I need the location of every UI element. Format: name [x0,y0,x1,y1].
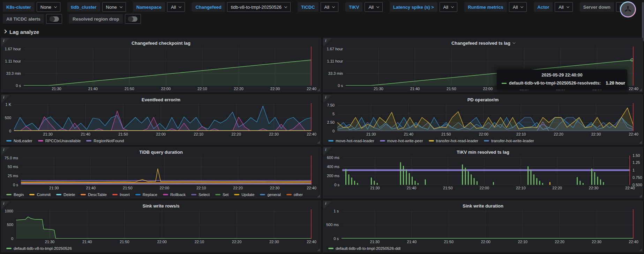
filter-value-namespace[interactable]: All [167,2,185,12]
y-axis: 02.5057.50 [323,103,337,137]
panel-resize-handle[interactable] [317,88,320,91]
x-tick-label: 22:40 [307,186,316,190]
filter-label-changefeed: Changefeed [192,2,225,12]
legend-item[interactable]: Rollback [163,193,186,197]
x-axis: 21:3021:4021:5022:0022:1022:2022:3022:40 [337,131,634,137]
legend-item[interactable]: transfer-hot-read-leader [429,139,478,143]
x-tick-label: 21:50 [441,132,451,136]
x-tick-label: 22:00 [157,240,167,244]
x-tick-label: 22:10 [197,87,207,91]
x-axis: 21:3021:4021:5022:0022:1022:2022:3022:40 [24,86,312,92]
panel-resize-handle[interactable] [639,195,642,197]
legend-item[interactable]: RegionNotFound [86,139,124,143]
panel-resize-handle[interactable] [317,248,320,251]
tooltip-series-name: default-tidb-v8-to-tmpl-20250526-resolve… [509,81,601,86]
legend-item[interactable]: other [286,193,303,197]
toggle-resolved-region-drop[interactable] [125,14,141,24]
chart-plot[interactable] [14,103,312,131]
y-tick-label: 1000 [5,209,13,213]
filter-value-k8s-cluster[interactable]: None [37,2,60,12]
x-tick-label: 21:30 [374,87,383,91]
chart-plot[interactable] [342,209,634,239]
section-title: Lag analyze [9,29,39,35]
x-tick-label: 22:10 [195,240,204,244]
legend-item[interactable]: Select [191,193,210,197]
legend-item[interactable]: transfer-hot-write-leader [484,139,534,143]
panel-title[interactable]: Sink write duration [463,203,503,209]
legend-item[interactable]: move-hot-read-leader [328,139,374,143]
section-row-lag-analyze[interactable]: Lag analyze [3,29,39,35]
filter-value-tidb-cluster[interactable]: None [102,2,126,12]
legend-item[interactable]: Replace [135,193,157,197]
legend-item[interactable]: RPCCtxUnavailable [38,139,81,143]
chart-plot[interactable] [16,209,312,239]
panel-title[interactable]: TiDB query duration [139,150,183,155]
chart-plot[interactable] [342,155,630,185]
panel-resize-handle[interactable] [639,88,642,91]
legend-item[interactable]: default-tidb-v8-to-tmpl-20250526 [6,246,72,251]
filter-value-tikv[interactable]: All [365,2,382,12]
x-axis: 21:3021:4021:5022:0022:1022:2022:3022:40 [342,185,630,191]
legend-item[interactable]: DescTable [81,193,107,197]
chart-plot[interactable] [21,155,312,185]
x-tick-label: 21:30 [370,240,380,244]
legend-item[interactable]: NotLeader [6,139,32,143]
tooltip-series-value: 1.20 hour [601,81,625,86]
legend-swatch [380,140,385,141]
toggle-label-resolved-region-drop: Resolved region drop [69,14,123,24]
filter-value-ticdc[interactable]: All [321,2,338,12]
legend-item[interactable]: Set [215,193,229,197]
panel-title[interactable]: Changefeed checkpoint lag [132,41,190,46]
filter-value-changefeed[interactable]: tidb-v8-to-tmpl-20250526 [227,2,291,12]
legend-item[interactable]: Begin [6,193,24,197]
panel-title[interactable]: Sink write rows/s [142,203,179,209]
legend-item[interactable]: Commit [29,193,51,197]
vertical-scrollbar[interactable] [642,2,644,41]
y-tick-label: 2.50 [327,120,335,125]
y-tick-label: 0 [9,129,11,133]
filter-value-latency-spike-s[interactable]: All [440,2,457,12]
panel-resize-handle[interactable] [639,248,642,251]
legend-item[interactable]: Delete [56,193,75,197]
panel-title[interactable]: Changefeed resolved ts lag [451,41,510,46]
chart-plot[interactable] [337,103,634,131]
filter-value-text: All [171,5,176,10]
y-tick-label: 0 s [16,84,21,88]
panel-title[interactable]: TiKV min resolved ts lag [457,150,509,155]
y-axis: 0 s33.3 min1.11 hour1.67 hour [323,46,346,92]
legend-item[interactable]: move-hot-write-peer [380,139,423,143]
chart-legend: move-hot-read-leadermove-hot-write-peert… [323,137,643,144]
filter-value-text: None [106,5,117,10]
panel-resize-handle[interactable] [317,141,320,144]
x-tick-label: 22:30 [589,186,599,190]
chart-plot[interactable] [24,46,312,86]
toggle-label-all-ticdc-alerts: All TiCDC alerts [3,14,44,24]
legend-swatch [86,140,91,141]
chevron-down-icon[interactable] [512,41,515,44]
panel-resize-handle[interactable] [639,141,642,144]
y-tick-label: 75.0 ms [5,156,18,160]
legend-item[interactable]: default-tidb-v8-to-tmpl-20250526-ddl [328,246,400,251]
y-tick-label: 1 s [334,209,339,213]
filter-value-actor[interactable]: All [555,2,572,12]
x-tick-label: 21:40 [410,87,420,91]
panel-resize-handle[interactable] [317,195,320,197]
legend-item[interactable]: general [260,193,280,197]
y-tick-label: 500 [7,223,13,227]
x-tick-label: 21:30 [49,186,59,190]
filter-value-runtime-metrics[interactable]: All [509,2,527,12]
y-tick-label: 1.11 hour [327,59,343,64]
panel-title[interactable]: Eventfeed error/m [142,97,180,102]
legend-item[interactable]: Insert [112,193,130,197]
y-tick-label: 0 s [13,183,18,187]
x-tick-label: 21:50 [123,186,133,190]
chevron-down-icon [566,5,569,8]
filter-value-text: All [368,5,373,10]
panel-title[interactable]: PD operator/m [467,97,499,102]
legend-swatch [328,248,334,249]
toggle-all-ticdc-alerts[interactable] [46,14,62,24]
y-tick-label: 0.500 [632,183,642,187]
legend-item[interactable]: Update [234,193,254,197]
y-tick-label: 600 ms [327,155,339,160]
grafana-logo[interactable] [620,1,636,17]
